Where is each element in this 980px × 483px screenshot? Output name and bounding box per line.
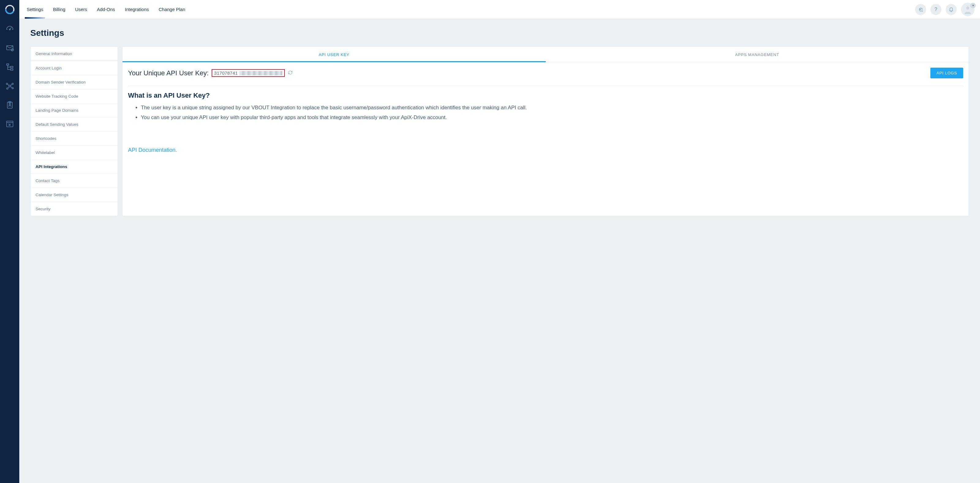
api-key-visible-part: 317078741 xyxy=(214,70,238,76)
topnav-label: Users xyxy=(75,7,87,12)
left-nav xyxy=(0,0,19,483)
sidebar-item-label: Whitelabel xyxy=(35,150,55,155)
browser-icon[interactable] xyxy=(5,119,15,129)
help-label: ? xyxy=(935,7,937,12)
avatar[interactable]: ▾ xyxy=(961,3,975,16)
link-label: API Documentation. xyxy=(128,147,177,153)
sidebar-item-label: API Integrations xyxy=(35,164,67,169)
sidebar-item-general-information[interactable]: General Information xyxy=(30,47,118,61)
tab-apps-management[interactable]: APPS MANAGEMENT xyxy=(546,47,969,62)
page-title: Settings xyxy=(30,28,969,38)
help-icon[interactable]: ? xyxy=(931,4,942,15)
svg-point-9 xyxy=(12,83,13,85)
topnav-change-plan[interactable]: Change Plan xyxy=(154,0,190,19)
api-logs-button[interactable]: API LOGS xyxy=(931,68,963,78)
topnav-integrations[interactable]: Integrations xyxy=(120,0,154,19)
panel: API USER KEY APPS MANAGEMENT Your Unique… xyxy=(122,46,969,216)
svg-point-16 xyxy=(966,6,969,10)
topnav-label: Settings xyxy=(27,7,43,12)
sidebar-item-account-login[interactable]: Account Login xyxy=(30,61,118,75)
info-bullet: The user key is a unique string assigned… xyxy=(141,104,963,112)
tab-label: APPS MANAGEMENT xyxy=(735,52,779,57)
api-key-value: 317078741 xyxy=(212,69,285,77)
content: Settings General Information Account Log… xyxy=(19,19,980,228)
button-label: API LOGS xyxy=(937,71,957,75)
clipboard-icon[interactable] xyxy=(5,100,15,110)
sidebar-item-label: Calendar Settings xyxy=(35,192,68,197)
svg-rect-2 xyxy=(6,46,13,50)
settings-sidebar: General Information Account Login Domain… xyxy=(30,46,118,216)
info-bullet: You can use your unique API user key wit… xyxy=(141,114,963,122)
svg-rect-4 xyxy=(6,64,9,65)
topnav-users[interactable]: Users xyxy=(70,0,92,19)
sidebar-item-label: Default Sending Values xyxy=(35,122,78,127)
info-title: What is an API User Key? xyxy=(128,92,963,100)
regenerate-key-icon[interactable] xyxy=(288,70,293,76)
svg-point-10 xyxy=(6,88,8,89)
topbar: Settings Billing Users Add-Ons Integrati… xyxy=(19,0,980,19)
sidebar-item-label: Shortcodes xyxy=(35,136,56,141)
email-icon[interactable] xyxy=(5,43,15,53)
svg-point-11 xyxy=(12,87,13,89)
sidebar-item-landing-page-domains[interactable]: Landing Page Domains xyxy=(30,103,118,117)
svg-rect-5 xyxy=(10,67,13,68)
bell-icon[interactable] xyxy=(946,4,957,15)
sidebar-item-label: Domain Sender Verification xyxy=(35,80,86,84)
topnav-addons[interactable]: Add-Ons xyxy=(92,0,120,19)
brand-logo-icon[interactable] xyxy=(5,4,15,15)
topnav-billing[interactable]: Billing xyxy=(48,0,70,19)
divider xyxy=(128,86,963,86)
api-key-redacted-part xyxy=(240,71,282,75)
sidebar-item-label: Security xyxy=(35,207,51,211)
sidebar-item-label: Website Tracking Code xyxy=(35,94,78,99)
dashboard-icon[interactable] xyxy=(5,24,15,34)
tab-label: API USER KEY xyxy=(319,52,350,57)
svg-point-1 xyxy=(9,29,10,30)
topnav: Settings Billing Users Add-Ons Integrati… xyxy=(22,0,190,19)
sidebar-item-whitelabel[interactable]: Whitelabel xyxy=(30,145,118,159)
svg-point-14 xyxy=(9,103,10,105)
top-actions: ? ▾ xyxy=(915,3,975,16)
sidebar-item-label: Contact Tags xyxy=(35,178,60,183)
topnav-label: Change Plan xyxy=(159,7,185,12)
sidebar-item-shortcodes[interactable]: Shortcodes xyxy=(30,131,118,145)
network-icon[interactable] xyxy=(5,81,15,91)
flow-icon[interactable] xyxy=(5,62,15,72)
sidebar-item-label: Landing Page Domains xyxy=(35,108,78,113)
chat-icon[interactable] xyxy=(915,4,926,15)
sidebar-item-contact-tags[interactable]: Contact Tags xyxy=(30,173,118,187)
sidebar-item-default-sending-values[interactable]: Default Sending Values xyxy=(30,117,118,131)
topnav-settings[interactable]: Settings xyxy=(22,0,48,19)
sidebar-item-security[interactable]: Security xyxy=(30,202,118,216)
topnav-label: Billing xyxy=(53,7,65,12)
chevron-down-icon[interactable]: ▾ xyxy=(970,3,976,8)
info-bullets: The user key is a unique string assigned… xyxy=(128,104,963,121)
svg-rect-6 xyxy=(10,69,13,70)
sidebar-item-label: Account Login xyxy=(35,66,62,70)
svg-point-8 xyxy=(6,83,8,85)
tabs: API USER KEY APPS MANAGEMENT xyxy=(123,47,969,62)
topnav-label: Add-Ons xyxy=(97,7,115,12)
svg-rect-15 xyxy=(6,121,13,127)
sidebar-item-label: General Information xyxy=(35,51,72,56)
tab-api-user-key[interactable]: API USER KEY xyxy=(123,47,546,62)
api-key-label: Your Unique API User Key: xyxy=(128,69,208,77)
sidebar-item-api-integrations[interactable]: API Integrations xyxy=(30,159,118,173)
topnav-label: Integrations xyxy=(125,7,149,12)
sidebar-item-domain-sender-verification[interactable]: Domain Sender Verification xyxy=(30,75,118,89)
sidebar-item-website-tracking-code[interactable]: Website Tracking Code xyxy=(30,89,118,103)
sidebar-item-calendar-settings[interactable]: Calendar Settings xyxy=(30,187,118,202)
api-documentation-link[interactable]: API Documentation. xyxy=(128,147,177,153)
